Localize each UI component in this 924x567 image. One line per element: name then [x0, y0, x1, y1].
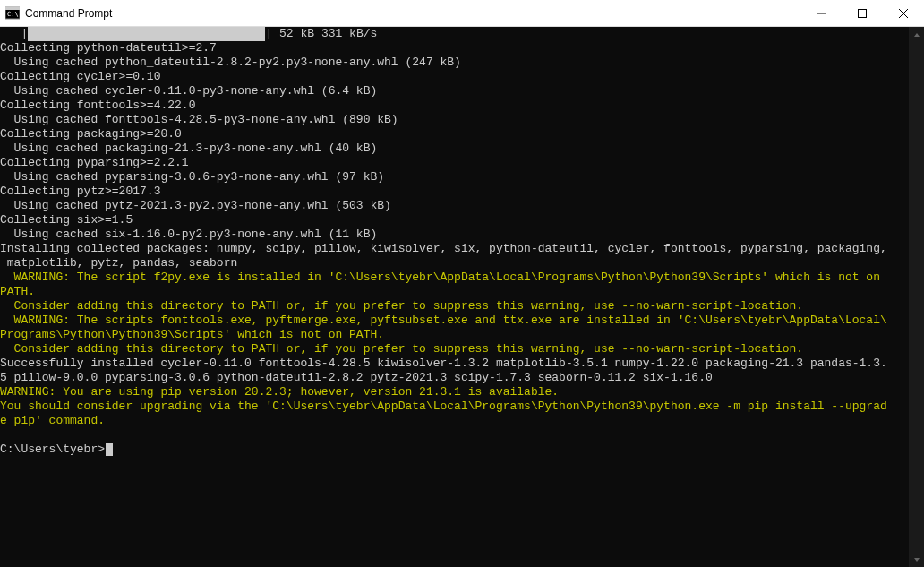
- terminal-container: | | 52 kB 331 kB/sCollecting python-date…: [0, 27, 924, 567]
- terminal-line: Consider adding this directory to PATH o…: [0, 342, 909, 357]
- terminal-line: Successfully installed cycler-0.11.0 fon…: [0, 357, 909, 371]
- terminal-line: Consider adding this directory to PATH o…: [0, 299, 909, 314]
- vertical-scrollbar[interactable]: [909, 27, 924, 567]
- terminal-line: Collecting cycler>=0.10: [0, 70, 909, 84]
- terminal-line: Installing collected packages: numpy, sc…: [0, 242, 909, 256]
- close-button[interactable]: [883, 0, 924, 26]
- svg-rect-4: [859, 9, 867, 17]
- svg-rect-1: [5, 7, 20, 10]
- terminal-line: Collecting pyparsing>=2.2.1: [0, 156, 909, 170]
- progress-trailing: | 52 kB 331 kB/s: [265, 27, 377, 41]
- terminal-line: Collecting python-dateutil>=2.7: [0, 41, 909, 56]
- scroll-down-button[interactable]: [909, 552, 924, 567]
- terminal-line: WARNING: The scripts fonttools.exe, pyft…: [0, 314, 909, 328]
- terminal-line: Using cached pyparsing-3.0.6-py3-none-an…: [0, 170, 909, 185]
- scroll-up-button[interactable]: [909, 27, 924, 42]
- svg-text:C:\: C:\: [7, 11, 19, 18]
- cmd-icon: C:\: [5, 6, 20, 21]
- progress-leading: |: [0, 27, 28, 41]
- progress-line: | | 52 kB 331 kB/s: [0, 27, 909, 41]
- terminal-line: Using cached packaging-21.3-py3-none-any…: [0, 142, 909, 156]
- terminal-line: Collecting six>=1.5: [0, 213, 909, 228]
- minimize-button[interactable]: [800, 0, 842, 26]
- terminal-line: PATH.: [0, 285, 909, 299]
- terminal-line: WARNING: The script f2py.exe is installe…: [0, 271, 909, 285]
- window-controls: [800, 0, 924, 26]
- window-title: Command Prompt: [25, 7, 800, 20]
- prompt-line[interactable]: C:\Users\tyebr>: [0, 442, 909, 457]
- terminal-line: Using cached fonttools-4.28.5-py3-none-a…: [0, 113, 909, 127]
- terminal-line: Collecting fonttools>=4.22.0: [0, 99, 909, 113]
- terminal-line: Using cached pytz-2021.3-py2.py3-none-an…: [0, 199, 909, 213]
- terminal-line: Using cached six-1.16.0-py2.py3-none-any…: [0, 228, 909, 242]
- terminal-line: Programs\Python\Python39\Scripts' which …: [0, 328, 909, 342]
- prompt-text: C:\Users\tyebr>: [0, 442, 105, 456]
- maximize-button[interactable]: [842, 0, 883, 26]
- terminal-line: Using cached cycler-0.11.0-py3-none-any.…: [0, 84, 909, 99]
- terminal-line: 5 pillow-9.0.0 pyparsing-3.0.6 python-da…: [0, 371, 909, 385]
- terminal-line: Collecting pytz>=2017.3: [0, 185, 909, 199]
- terminal-line: e pip' command.: [0, 414, 909, 428]
- terminal-line: Collecting packaging>=20.0: [0, 127, 909, 142]
- terminal-line: WARNING: You are using pip version 20.2.…: [0, 385, 909, 399]
- terminal-line: [0, 428, 909, 442]
- terminal-line: matplotlib, pytz, pandas, seaborn: [0, 256, 909, 271]
- terminal-line: You should consider upgrading via the 'C…: [0, 399, 909, 414]
- terminal-line: Using cached python_dateutil-2.8.2-py2.p…: [0, 56, 909, 70]
- terminal-output[interactable]: | | 52 kB 331 kB/sCollecting python-date…: [0, 27, 909, 567]
- progress-bar-fill: [28, 27, 265, 41]
- cursor: [106, 443, 113, 456]
- window-title-bar: C:\ Command Prompt: [0, 0, 924, 27]
